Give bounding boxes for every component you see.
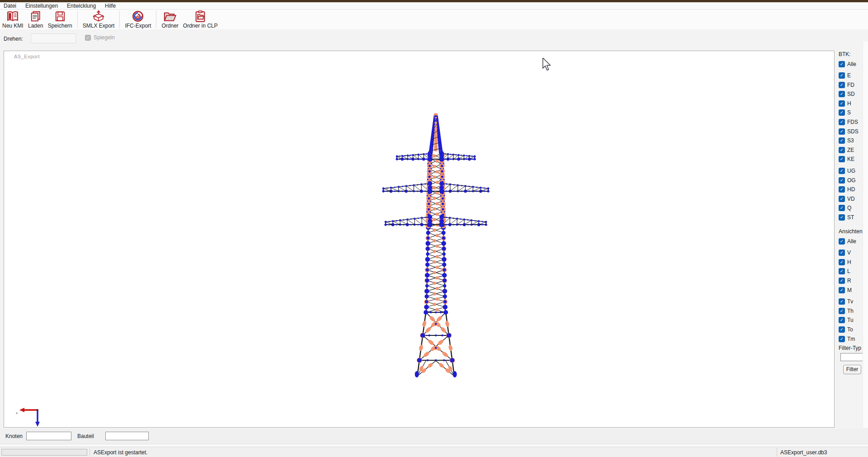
btk-checkbox-list: ✓Alle✓E✓FD✓SD✓H✓S✓FDS✓SDS✓S3✓ZE✓KE✓UG✓OG… bbox=[839, 60, 865, 221]
btk-checkbox-q[interactable]: ✓Q bbox=[839, 204, 865, 212]
ansichten-title: Ansichten bbox=[839, 228, 865, 236]
checkbox-label: Alle bbox=[847, 238, 856, 245]
panel-scroll-strip[interactable] bbox=[863, 42, 868, 428]
checkbox-label: SD bbox=[847, 91, 855, 97]
checkbox-label: V bbox=[847, 250, 851, 256]
status-message: ASExport ist gestartet. bbox=[94, 449, 147, 456]
ansichten-checkbox-alle[interactable]: ✓Alle bbox=[839, 237, 865, 245]
checkbox-checked-icon: ✓ bbox=[839, 72, 845, 79]
tower-drawing bbox=[4, 51, 835, 428]
ansichten-checkbox-h[interactable]: ✓H bbox=[839, 258, 865, 266]
checkbox-label: OG bbox=[847, 177, 856, 184]
checkbox-checked-icon: ✓ bbox=[839, 238, 845, 245]
ansichten-checkbox-list: ✓Alle✓V✓H✓L✓R✓M✓Tv✓Th✓Tu✓To✓Tm bbox=[839, 237, 865, 343]
ansichten-checkbox-m[interactable]: ✓M bbox=[839, 286, 865, 294]
ansichten-checkbox-tm[interactable]: ✓Tm bbox=[839, 335, 865, 343]
menu-hilfe[interactable]: Hilfe bbox=[100, 2, 120, 9]
checkbox-checked-icon: ✓ bbox=[839, 177, 845, 184]
btk-checkbox-ke[interactable]: ✓KE bbox=[839, 155, 865, 163]
ansichten-checkbox-tu[interactable]: ✓Tu bbox=[839, 316, 865, 324]
menu-einstellungen[interactable]: Einstellungen bbox=[21, 2, 62, 9]
ifc-circle-icon bbox=[132, 10, 144, 22]
checkbox-label: FDS bbox=[847, 119, 858, 125]
btk-checkbox-s[interactable]: ✓S bbox=[839, 109, 865, 117]
checkbox-label: H bbox=[847, 259, 851, 265]
checkbox-label: Tm bbox=[847, 336, 855, 342]
ansichten-checkbox-th[interactable]: ✓Th bbox=[839, 307, 865, 315]
spiegeln-checkbox[interactable]: ✓ Spiegeln bbox=[85, 34, 115, 41]
checkbox-checked-icon: ✓ bbox=[839, 109, 845, 116]
btk-checkbox-ug[interactable]: ✓UG bbox=[839, 167, 865, 175]
drawing-viewport[interactable]: AS_Export x z bbox=[4, 51, 835, 428]
checkbox-checked-icon: ✓ bbox=[839, 336, 845, 342]
checkbox-label: Th bbox=[847, 308, 854, 314]
bauteil-input[interactable] bbox=[105, 432, 149, 440]
drehen-label: Drehen: bbox=[4, 36, 23, 42]
checkbox-checked-icon: ✓ bbox=[839, 137, 845, 144]
ansichten-checkbox-to[interactable]: ✓To bbox=[839, 325, 865, 333]
knoten-input[interactable] bbox=[26, 432, 71, 440]
toolbar-ordner-button[interactable]: Ordner bbox=[159, 9, 180, 29]
toolbar-separator bbox=[156, 11, 156, 28]
btk-checkbox-s3[interactable]: ✓S3 bbox=[839, 137, 865, 145]
toolbar-ordner-in-clp-button[interactable]: Ordner in CLP bbox=[181, 9, 220, 29]
filter-button[interactable]: Filter bbox=[843, 365, 861, 374]
btk-checkbox-sds[interactable]: ✓SDS bbox=[839, 127, 865, 135]
btk-checkbox-ze[interactable]: ✓ZE bbox=[839, 146, 865, 154]
checkbox-checked-icon: ✓ bbox=[839, 250, 845, 256]
status-bar: ASExport ist gestartet. ASExport_user.db… bbox=[0, 447, 868, 457]
folder-icon bbox=[163, 10, 177, 22]
drehen-input[interactable] bbox=[31, 33, 76, 43]
checkbox-label: L bbox=[847, 268, 850, 274]
toolbar-button-label: Speichern bbox=[48, 23, 72, 29]
checkbox-label: To bbox=[847, 326, 853, 333]
ansichten-checkbox-r[interactable]: ✓R bbox=[839, 277, 865, 284]
btk-checkbox-e[interactable]: ✓E bbox=[839, 72, 865, 80]
checkbox-label: E bbox=[847, 72, 851, 79]
checkbox-checked-icon: ✓ bbox=[839, 278, 845, 284]
bauteil-label: Bauteil bbox=[77, 433, 94, 439]
btk-title: BTK: bbox=[839, 51, 865, 59]
checkbox-checked-icon: ✓ bbox=[839, 156, 845, 162]
ansichten-checkbox-l[interactable]: ✓L bbox=[839, 268, 865, 275]
btk-checkbox-fds[interactable]: ✓FDS bbox=[839, 118, 865, 126]
checkbox-checked-icon: ✓ bbox=[839, 128, 845, 135]
toolbar-laden-button[interactable]: Laden bbox=[26, 9, 46, 29]
spiegeln-label: Spiegeln bbox=[94, 34, 115, 41]
toolbar-ifc-export-button[interactable]: IFC-Export bbox=[123, 9, 153, 29]
btk-checkbox-alle[interactable]: ✓Alle bbox=[839, 60, 865, 68]
statusbar-separator bbox=[90, 448, 90, 457]
btk-checkbox-fd[interactable]: ✓FD bbox=[839, 81, 865, 89]
checkbox-checked-icon: ✓ bbox=[839, 317, 845, 323]
toolbar-button-label: SMLX Export bbox=[83, 23, 115, 29]
menu-datei[interactable]: Datei bbox=[0, 2, 21, 9]
toolbar-smlx-export-button[interactable]: SMLX Export bbox=[80, 9, 117, 29]
filter-typ-input[interactable] bbox=[840, 353, 865, 361]
checkbox-label: S bbox=[847, 109, 851, 116]
filter-panel: BTK: ✓Alle✓E✓FD✓SD✓H✓S✓FDS✓SDS✓S3✓ZE✓KE✓… bbox=[839, 51, 865, 344]
ansichten-checkbox-v[interactable]: ✓V bbox=[839, 249, 865, 257]
btk-checkbox-sd[interactable]: ✓SD bbox=[839, 90, 865, 98]
clipboard-folder-icon bbox=[194, 10, 207, 22]
ansichten-checkbox-tv[interactable]: ✓Tv bbox=[839, 298, 865, 306]
toolbar-neu-kmi-button[interactable]: Neu KMI bbox=[0, 9, 26, 29]
checkbox-checked-icon: ✓ bbox=[839, 308, 845, 314]
toolbar-separator bbox=[119, 11, 120, 28]
selection-row: Knoten Bauteil bbox=[0, 429, 868, 444]
box-export-icon bbox=[92, 10, 105, 22]
statusbar-separator bbox=[777, 448, 777, 457]
btk-checkbox-vd[interactable]: ✓VD bbox=[839, 195, 865, 203]
menu-entwicklung[interactable]: Entwicklung bbox=[62, 2, 100, 9]
checkbox-label: UG bbox=[847, 168, 855, 174]
rotation-row: Drehen: ✓ Spiegeln bbox=[0, 29, 868, 51]
btk-checkbox-st[interactable]: ✓ST bbox=[839, 214, 865, 221]
btk-checkbox-h[interactable]: ✓H bbox=[839, 99, 865, 107]
toolbar-speichern-button[interactable]: Speichern bbox=[46, 9, 75, 29]
book-kmi-icon bbox=[6, 10, 19, 22]
checkbox-checked-icon: ✓ bbox=[839, 168, 845, 174]
btk-checkbox-hd[interactable]: ✓HD bbox=[839, 186, 865, 193]
checkbox-label: Alle bbox=[847, 61, 856, 67]
floppy-icon bbox=[54, 10, 66, 22]
btk-checkbox-og[interactable]: ✓OG bbox=[839, 176, 865, 184]
checkbox-label: VD bbox=[847, 196, 855, 202]
